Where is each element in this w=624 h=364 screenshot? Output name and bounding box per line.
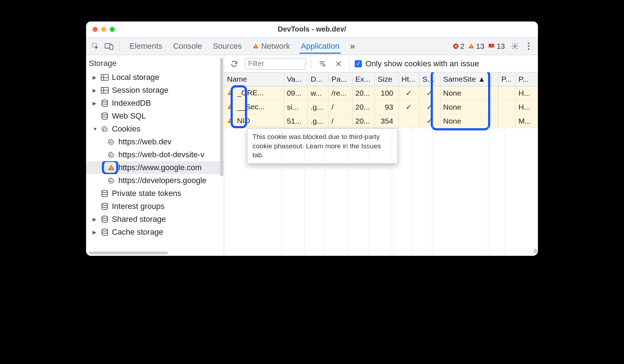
- col-expires[interactable]: Ex...: [352, 72, 374, 86]
- tab-application[interactable]: Application: [299, 39, 341, 54]
- warning-triangle-icon: [227, 104, 233, 110]
- cell-samesite: None: [440, 86, 498, 100]
- sidebar-item-label: Private state tokens: [112, 189, 181, 198]
- col-domain[interactable]: D...: [308, 72, 328, 86]
- cell-value: 51...: [284, 114, 307, 128]
- zoom-window-button[interactable]: [110, 27, 115, 32]
- cookie-blocked-tooltip: This cookie was blocked due to third-par…: [247, 128, 398, 164]
- sidebar-item-shared-storage[interactable]: ▶ Shared storage: [86, 213, 224, 226]
- error-count[interactable]: 2: [453, 42, 465, 51]
- device-toggle-icon[interactable]: [103, 40, 115, 52]
- sidebar-item-websql[interactable]: Web SQL: [86, 110, 224, 123]
- issue-flag-icon: [488, 43, 495, 49]
- refresh-icon[interactable]: [228, 58, 240, 70]
- grid-icon: [100, 73, 109, 82]
- cell-domain: w...: [308, 86, 328, 100]
- col-secure[interactable]: Se...: [419, 72, 440, 86]
- svg-rect-51: [230, 120, 231, 121]
- table-row[interactable]: NID51....g.../20...354✓NoneM...: [224, 114, 538, 128]
- col-value[interactable]: Va...: [284, 72, 307, 86]
- sidebar-item-session-storage[interactable]: ▶ Session storage: [86, 84, 224, 97]
- sidebar-cookie-origin[interactable]: https://web.dev: [86, 135, 224, 148]
- close-window-button[interactable]: [93, 27, 98, 32]
- svg-point-23: [103, 130, 104, 130]
- horizontal-scrollbar[interactable]: [89, 252, 168, 254]
- divider: [311, 59, 311, 69]
- svg-rect-32: [111, 169, 112, 169]
- tab-elements[interactable]: Elements: [128, 39, 164, 54]
- sidebar-item-interest-groups[interactable]: Interest groups: [86, 200, 224, 213]
- only-issues-checkbox[interactable]: ✓ Only show cookies with an issue: [355, 59, 479, 68]
- col-name[interactable]: Name: [224, 72, 284, 86]
- sidebar-cookie-origin-selected[interactable]: https://www.google.com: [86, 161, 224, 174]
- inspect-icon[interactable]: [90, 40, 101, 52]
- col-path[interactable]: Pa...: [328, 72, 352, 86]
- cell-httponly: ✓: [398, 86, 419, 100]
- svg-rect-31: [111, 167, 112, 168]
- sidebar-item-label: Cache storage: [112, 227, 163, 237]
- clear-filter-icon[interactable]: [316, 58, 328, 70]
- filter-input[interactable]: [245, 58, 306, 70]
- tab-console[interactable]: Console: [172, 39, 204, 54]
- devtools-window: DevTools - web.dev/ Elements Console Sou…: [86, 21, 538, 256]
- table-row[interactable]: __Sec...si....g.../20...93✓✓NoneH...: [224, 100, 538, 114]
- warning-count[interactable]: 13: [468, 42, 484, 51]
- cell-priority: H...: [515, 86, 538, 100]
- col-partition-key[interactable]: P...: [498, 72, 515, 86]
- col-size[interactable]: Size: [375, 72, 398, 86]
- sidebar-item-cookies[interactable]: ▼ Cookies: [86, 123, 224, 135]
- svg-rect-52: [230, 121, 231, 122]
- sidebar-item-label: https://web.dev: [118, 137, 171, 147]
- sidebar-item-private-state-tokens[interactable]: Private state tokens: [86, 187, 224, 200]
- settings-icon[interactable]: [509, 40, 521, 52]
- col-httponly[interactable]: Ht...: [398, 72, 419, 86]
- sidebar-cookie-origin[interactable]: https://web-dot-devsite-v: [86, 148, 224, 161]
- database-icon: [100, 112, 109, 120]
- cookie-icon: [100, 125, 109, 133]
- vertical-scrollbar[interactable]: [220, 58, 223, 176]
- svg-point-36: [102, 190, 108, 192]
- cell-samesite: None: [440, 100, 498, 114]
- kebab-menu-icon[interactable]: [523, 40, 534, 52]
- cell-name: NID: [224, 114, 284, 128]
- tabs-overflow[interactable]: »: [349, 38, 356, 54]
- status-area: 2 13 13: [453, 42, 505, 51]
- sidebar-item-label: Local storage: [112, 73, 159, 82]
- cell-priority: H...: [515, 100, 538, 114]
- sidebar-item-local-storage[interactable]: ▶ Local storage: [86, 71, 224, 84]
- tab-sources[interactable]: Sources: [211, 39, 243, 54]
- cell-partition: [498, 100, 515, 114]
- cell-value: 09...: [284, 86, 307, 100]
- issue-count[interactable]: 13: [488, 42, 505, 51]
- body: Storage ▶ Local storage ▶ Session storag…: [86, 55, 538, 256]
- warning-triangle-icon: [227, 118, 233, 124]
- svg-rect-50: [230, 107, 231, 108]
- svg-point-22: [104, 128, 104, 129]
- svg-point-26: [110, 143, 110, 143]
- sidebar-item-label: Interest groups: [112, 202, 165, 211]
- col-samesite[interactable]: SameSite ▲: [440, 72, 498, 86]
- sidebar: Storage ▶ Local storage ▶ Session storag…: [86, 55, 224, 256]
- checkbox-checked-icon: ✓: [355, 60, 362, 67]
- tab-network[interactable]: Network: [251, 39, 292, 54]
- cookie-icon: [107, 176, 115, 185]
- svg-rect-4: [255, 47, 256, 48]
- database-icon: [100, 228, 109, 236]
- vertical-scrollbar[interactable]: [534, 249, 537, 254]
- cell-size: 354: [375, 114, 398, 128]
- clear-icon[interactable]: [333, 58, 344, 70]
- col-priority[interactable]: P...: [515, 72, 538, 86]
- table-row[interactable]: _GRE...09...w.../re...20...100✓✓NoneH...: [224, 86, 538, 100]
- sidebar-item-indexeddb[interactable]: ▶ IndexedDB: [86, 97, 224, 110]
- sidebar-item-cache-storage[interactable]: ▶ Cache storage: [86, 226, 224, 239]
- sort-asc-icon: ▲: [478, 75, 486, 83]
- svg-point-27: [112, 143, 112, 143]
- warning-triangle-icon: [107, 163, 115, 172]
- minimize-window-button[interactable]: [101, 27, 106, 32]
- sidebar-cookie-origin[interactable]: https://developers.google: [86, 174, 224, 187]
- sidebar-item-label: IndexedDB: [112, 99, 151, 108]
- cell-partition: [498, 114, 515, 128]
- sidebar-item-label: Web SQL: [112, 111, 146, 121]
- svg-point-13: [528, 48, 529, 49]
- cell-domain: .g...: [308, 100, 328, 114]
